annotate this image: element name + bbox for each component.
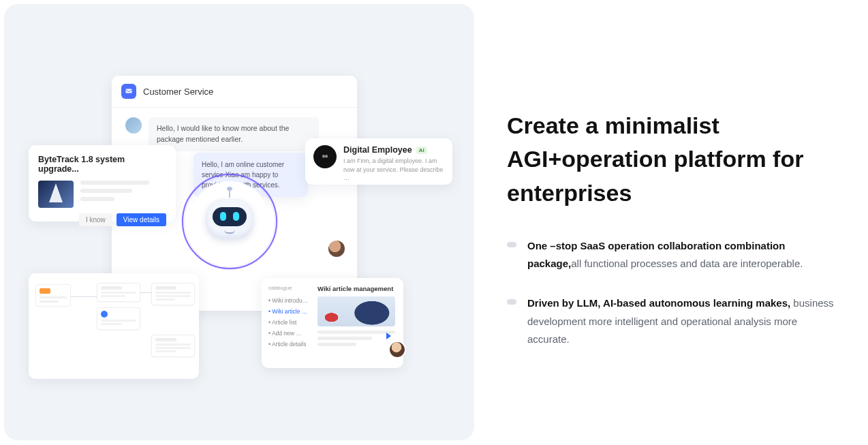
wiki-nav-item[interactable]: Add new …: [268, 328, 312, 339]
chat-icon: [121, 84, 136, 99]
view-details-button[interactable]: View details: [117, 213, 166, 226]
end-user-avatar: [328, 241, 345, 257]
wiki-nav-item[interactable]: Article list: [268, 317, 312, 328]
content-panel: Create a minimalist AGI+operation platfo…: [474, 0, 868, 445]
digital-employee-icon: [313, 145, 337, 168]
upgrade-notice-card: ByteTrack 1.8 system upgrade... I know V…: [29, 145, 176, 221]
bullet-icon: [507, 299, 516, 305]
svg-rect-2: [323, 155, 324, 157]
ai-badge: AI: [416, 147, 427, 154]
upgrade-title: ByteTrack 1.8 system upgrade...: [38, 155, 166, 174]
de-description: I am Finn, a digital employee. I am now …: [343, 157, 444, 183]
user-avatar-icon: [125, 117, 142, 134]
wiki-card: catalogue Wiki introdu…Wiki article …Art…: [262, 278, 403, 368]
feature-bullet-1: One –stop SaaS operation collaboration c…: [507, 237, 834, 273]
feature-bullet-2: Driven by LLM, AI-based autonomous learn…: [507, 294, 834, 348]
bullet-text: One –stop SaaS operation collaboration c…: [527, 237, 834, 273]
cs-title: Customer Service: [143, 87, 213, 97]
wiki-catalogue-label: catalogue: [268, 285, 312, 291]
upgrade-thumbnail: [38, 181, 74, 208]
wiki-main-title: Wiki article management: [317, 285, 395, 292]
svg-rect-0: [126, 89, 132, 93]
robot-antenna-icon: [229, 191, 230, 198]
wiki-hero-image: [317, 296, 395, 326]
svg-rect-4: [326, 155, 327, 157]
digital-employee-card: Digital Employee AI I am Finn, a digital…: [305, 138, 452, 185]
wiki-nav-item[interactable]: Wiki introdu…: [268, 295, 312, 306]
i-know-button[interactable]: I know: [79, 213, 112, 226]
page-headline: Create a minimalist AGI+operation platfo…: [507, 109, 841, 210]
bullet-text: Driven by LLM, AI-based autonomous learn…: [527, 294, 834, 348]
user-bubble: Hello, I would like to know more about t…: [149, 117, 319, 151]
wiki-nav-item[interactable]: Wiki article …: [268, 306, 312, 317]
svg-rect-3: [324, 155, 325, 157]
cs-header: Customer Service: [112, 76, 357, 108]
bullet-icon: [507, 242, 516, 247]
wiki-author-avatar: [388, 341, 406, 358]
flow-diagram-card: [29, 273, 199, 379]
play-icon[interactable]: [386, 333, 391, 339]
ai-robot-avatar: [183, 174, 277, 268]
illustration-panel: Customer Service Hello, I would like to …: [4, 4, 474, 440]
wiki-nav-item[interactable]: Article details: [268, 339, 312, 350]
de-title: Digital Employee: [343, 145, 412, 155]
